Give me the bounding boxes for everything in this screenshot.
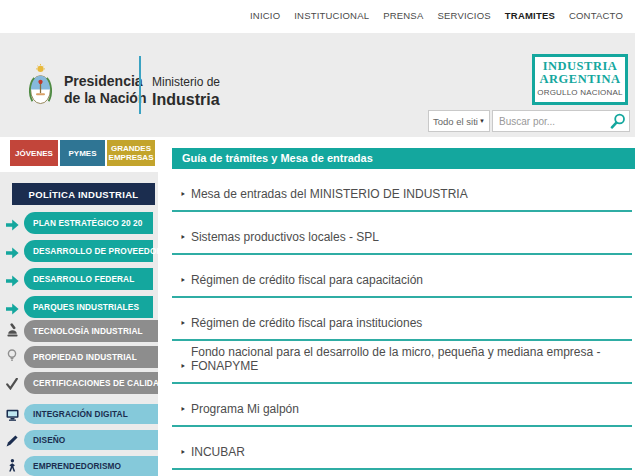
tramite-row-credito-capacitacion[interactable]: ‣ Régimen de crédito fiscal para capacit… <box>172 255 632 298</box>
search-scope-value: Todo el siti <box>433 116 478 127</box>
arrow-right-icon <box>5 301 19 319</box>
arrow-right-icon <box>5 217 19 235</box>
org-name-line1: Presidencia <box>64 73 146 90</box>
tramite-label: INCUBAR <box>191 445 245 459</box>
coat-of-arms-logo[interactable] <box>27 61 54 115</box>
brand-divider <box>139 56 141 114</box>
microscope-icon <box>5 323 19 341</box>
tramite-row-fonapyme[interactable]: ‣ Fondo nacional para el desarrollo de l… <box>172 341 632 384</box>
nav-item-contacto[interactable]: CONTACTO <box>569 10 623 21</box>
tramite-row-mesa-de-entradas[interactable]: ‣ Mesa de entradas del MINISTERIO DE IND… <box>172 169 632 212</box>
bullet-icon: ‣ <box>180 404 186 415</box>
tramite-row-incubar[interactable]: ‣ INCUBAR <box>172 427 632 470</box>
person-icon <box>5 458 19 476</box>
sidebar-item-tecnologia-industrial[interactable]: TECNOLOGÍA INDUSTRIAL <box>24 320 158 342</box>
header-band: Presidencia de la Nación Ministerio de I… <box>0 33 635 137</box>
bullet-icon: ‣ <box>180 189 186 200</box>
ministry-name[interactable]: Ministerio de Industria <box>152 75 220 109</box>
tab-pymes[interactable]: PYMES <box>60 140 105 166</box>
sidebar-item-diseno[interactable]: DISEÑO <box>24 430 158 450</box>
arrow-right-icon <box>5 245 19 263</box>
sidebar-item-integracion-digital[interactable]: INTEGRACIÓN DIGITAL <box>24 404 158 424</box>
tramite-label: Sistemas productivos locales - SPL <box>191 230 379 244</box>
top-nav: INICIO INSTITUCIONAL PRENSA SERVICIOS TR… <box>0 0 635 33</box>
sidebar-item-propiedad-industrial[interactable]: PROPIEDAD INDUSTRIAL <box>24 346 158 368</box>
sidebar-item-desarrollo-proveedores[interactable]: DESARROLLO DE PROVEEDORES <box>24 240 153 262</box>
search-bar: Todo el siti ▼ <box>428 110 630 132</box>
sidebar-item-parques-industriales[interactable]: PARQUES INDUSTRIALES <box>24 296 153 318</box>
arrow-right-icon <box>5 273 19 291</box>
lightbulb-icon <box>5 349 19 367</box>
tab-jovenes[interactable]: JÓVENES <box>10 140 58 166</box>
tramite-row-credito-instituciones[interactable]: ‣ Régimen de crédito fiscal para institu… <box>172 298 632 341</box>
tramite-label: Programa Mi galpón <box>191 402 299 416</box>
top-nav-items: INICIO INSTITUCIONAL PRENSA SERVICIOS TR… <box>250 10 623 21</box>
bullet-icon: ‣ <box>180 275 186 286</box>
bullet-icon: ‣ <box>180 318 186 329</box>
sidebar-item-certificaciones-calidad[interactable]: CERTIFICACIONES DE CALIDAD <box>24 372 158 394</box>
bullet-icon: ‣ <box>180 232 186 243</box>
tramite-label: Régimen de crédito fiscal para instituci… <box>191 316 422 330</box>
nav-item-institucional[interactable]: INSTITUCIONAL <box>294 10 369 21</box>
sidebar-item-desarrollo-federal[interactable]: DESARROLLO FEDERAL <box>24 268 153 290</box>
tramite-row-spl[interactable]: ‣ Sistemas productivos locales - SPL <box>172 212 632 255</box>
tramite-label: Régimen de crédito fiscal para capacitac… <box>191 273 423 287</box>
badge-subtitle: ORGULLO NACIONAL <box>535 88 625 97</box>
org-name[interactable]: Presidencia de la Nación <box>64 73 146 107</box>
nav-item-servicios[interactable]: SERVICIOS <box>437 10 490 21</box>
audience-tabs: JÓVENES PYMES GRANDES EMPRESAS <box>10 140 155 166</box>
bullet-icon: ‣ <box>180 361 186 372</box>
tramite-row-mi-galpon[interactable]: ‣ Programa Mi galpón <box>172 384 632 427</box>
tab-grandes-empresas[interactable]: GRANDES EMPRESAS <box>107 140 155 166</box>
sidebar-item-emprendedorismo[interactable]: EMPRENDEDORISMO <box>24 456 158 476</box>
search-icon[interactable] <box>610 113 626 133</box>
sidebar-section-title: POLÍTICA INDUSTRIAL <box>12 183 155 205</box>
sidebar-item-plan-estrategico[interactable]: PLAN ESTRATÉGICO 20 20 <box>24 212 153 234</box>
ministry-label: Ministerio de <box>152 75 220 89</box>
industria-argentina-badge: INDUSTRIA ARGENTINA ORGULLO NACIONAL <box>532 54 628 105</box>
tramite-label: Mesa de entradas del MINISTERIO DE INDUS… <box>191 187 468 201</box>
search-scope-select[interactable]: Todo el siti ▼ <box>428 110 490 132</box>
badge-title-line2: ARGENTINA <box>535 73 625 86</box>
bullet-icon: ‣ <box>180 447 186 458</box>
page: INICIO INSTITUCIONAL PRENSA SERVICIOS TR… <box>0 0 635 476</box>
ministry-title: Industria <box>152 91 220 109</box>
org-name-line2: de la Nación <box>64 90 146 107</box>
monitor-icon <box>5 407 19 425</box>
search-box <box>492 110 630 132</box>
nav-item-prensa[interactable]: PRENSA <box>383 10 423 21</box>
tramite-label: Fondo nacional para el desarrollo de la … <box>191 345 632 373</box>
chevron-down-icon: ▼ <box>479 118 485 124</box>
page-title: Guía de trámites y Mesa de entradas <box>172 148 635 169</box>
nav-item-inicio[interactable]: INICIO <box>250 10 280 21</box>
nav-item-tramites[interactable]: TRAMITES <box>505 10 555 21</box>
check-icon <box>5 376 19 394</box>
pencil-icon <box>5 433 19 451</box>
